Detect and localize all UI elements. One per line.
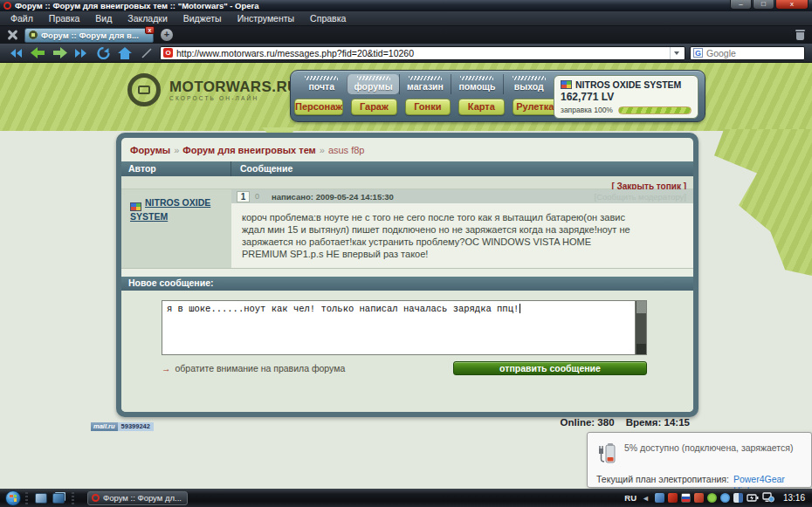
update-tray-icon[interactable] <box>707 493 717 503</box>
player-name[interactable]: NITROS OXIDE SYSTEM <box>575 79 681 90</box>
google-icon: G <box>693 48 703 58</box>
column-message: Сообщение <box>231 161 693 176</box>
text-caret <box>520 304 520 313</box>
opera-icon <box>3 2 11 10</box>
forum-rules-link[interactable]: обратите внимание на правила форума <box>175 363 346 373</box>
switch-windows-icon[interactable] <box>52 493 65 504</box>
panels-toggle-icon[interactable] <box>5 29 19 41</box>
post-number: 1 <box>237 191 250 202</box>
mailru-counter[interactable]: mail.ru 59399242 <box>91 422 154 431</box>
server-time: Время: 14:15 <box>626 417 690 428</box>
ati-tray-icon[interactable] <box>668 493 678 503</box>
breadcrumb-forums[interactable]: Форумы <box>130 145 170 155</box>
new-message-header: Новое сообщение: <box>121 277 693 291</box>
breadcrumb-section[interactable]: Форум для внеигровых тем <box>182 145 315 155</box>
message-textarea[interactable]: я в шоке......ноут как чел! только напис… <box>162 300 647 355</box>
reply-form: я в шоке......ноут как чел! только напис… <box>121 291 693 412</box>
pencil-icon[interactable] <box>138 45 155 61</box>
post-timestamp: написано: 2009-05-24 14:15:30 <box>272 192 394 202</box>
nav-map-button[interactable]: Карта <box>458 99 504 115</box>
menu-bar: Файл Правка Вид Закладки Виджеты Инструм… <box>0 11 812 26</box>
active-tab[interactable]: Форум :: Форум для в... x <box>24 28 154 43</box>
taskbar: Форум :: Форум дл... RU ◄ 13:16 <box>0 489 812 507</box>
new-tab-button[interactable]: + <box>161 29 173 41</box>
nav-exit[interactable]: выход <box>503 74 554 94</box>
tab-close-icon[interactable]: x <box>145 26 155 34</box>
closed-tabs-trash-icon[interactable] <box>795 30 805 40</box>
info-tray-icon[interactable] <box>720 493 730 503</box>
forward-button[interactable] <box>51 45 68 61</box>
post-meta-row: 1 0 написано: 2009-05-24 14:15:30 [Сообщ… <box>231 189 693 203</box>
motorwars-logo-icon <box>127 73 161 106</box>
volume-tray-icon[interactable] <box>694 493 704 503</box>
nav-garage-button[interactable]: Гараж <box>351 99 396 115</box>
search-input[interactable] <box>706 48 812 58</box>
nav-character-button[interactable]: Персонаж <box>294 99 343 115</box>
fast-forward-button[interactable] <box>72 45 90 61</box>
post-author-link[interactable]: NITROS OXIDE SYSTEM <box>130 197 210 222</box>
menu-help[interactable]: Справка <box>310 13 346 24</box>
network-tray-icon[interactable] <box>762 490 774 506</box>
hatch-decor <box>513 76 546 80</box>
textarea-scrollbar[interactable] <box>635 301 646 354</box>
nav-forums[interactable]: форумы <box>347 74 398 94</box>
site-favicon: O <box>163 48 173 58</box>
top-nav: почта форумы магазин помощь выход <box>296 74 554 94</box>
chevron-down-icon <box>674 51 679 55</box>
site-logo[interactable]: MOTORWARS.RU скорость он-лайн <box>127 73 299 106</box>
player-balance: 162,771 LV <box>561 91 692 103</box>
page-viewport: MOTORWARS.RU скорость он-лайн почта фору… <box>0 63 812 489</box>
reload-button[interactable] <box>94 45 112 61</box>
hatch-decor <box>460 76 493 80</box>
close-button[interactable]: x <box>775 0 809 10</box>
minimize-button[interactable]: – <box>730 0 752 10</box>
power-plan-link[interactable]: Power4Gear High Performance <box>733 474 804 489</box>
url-field[interactable]: O <box>160 46 685 60</box>
nav-shop[interactable]: магазин <box>399 74 451 94</box>
battery-status-text: 5% доступно (подключена, заряжается) <box>624 440 793 453</box>
battery-tooltip: 5% доступно (подключена, заряжается) Тек… <box>587 432 812 488</box>
address-bar: O G <box>0 44 812 63</box>
search-field[interactable]: G <box>690 46 805 60</box>
back-button[interactable] <box>29 45 46 61</box>
home-button[interactable] <box>116 45 134 61</box>
taskbar-clock[interactable]: 13:16 <box>783 493 805 503</box>
language-indicator[interactable]: RU <box>624 493 637 503</box>
status-line: Online: 380 Время: 14:15 <box>561 417 690 428</box>
flag-tray-icon[interactable] <box>681 493 691 503</box>
start-button[interactable] <box>5 490 21 506</box>
forum-panel: Форумы»Форум для внеигровых тем»asus f8p… <box>116 133 698 417</box>
messenger-tray-icon[interactable] <box>655 493 664 503</box>
menu-tools[interactable]: Инструменты <box>237 13 294 24</box>
opera-icon <box>92 494 100 502</box>
menu-view[interactable]: Вид <box>95 13 112 24</box>
menu-widgets[interactable]: Виджеты <box>183 13 222 24</box>
report-moderator-link[interactable]: [Сообщить модератору] <box>595 192 686 202</box>
menu-edit[interactable]: Правка <box>49 13 79 24</box>
nav-roulette-button[interactable]: Рулетка <box>513 99 558 115</box>
post-score: 0 <box>255 192 259 201</box>
breadcrumb: Форумы»Форум для внеигровых тем»asus f8p <box>121 138 693 161</box>
taskbar-opera-button[interactable]: Форум :: Форум дл... <box>87 491 188 505</box>
tray-expand-icon[interactable]: ◄ <box>642 494 650 503</box>
battery-tray-icon[interactable] <box>747 490 759 506</box>
menu-file[interactable]: Файл <box>10 13 33 24</box>
menu-bookmarks[interactable]: Закладки <box>127 13 167 24</box>
forum-rules-note: →обратите внимание на правила форума <box>162 363 345 373</box>
mailru-brand: mail.ru <box>91 422 118 431</box>
hatch-decor <box>409 76 442 80</box>
media-tray-icon[interactable] <box>733 493 743 503</box>
post-author-cell: NITROS OXIDE SYSTEM <box>121 189 231 268</box>
logo-tagline: скорость он-лайн <box>169 95 299 101</box>
nav-help[interactable]: помощь <box>451 74 502 94</box>
nav-races-button[interactable]: Гонки <box>405 99 451 115</box>
logo-name: MOTORWARS.RU <box>169 79 299 94</box>
maximize-button[interactable]: □ <box>753 0 774 10</box>
online-count: Online: 380 <box>561 417 615 428</box>
url-input[interactable] <box>176 48 670 58</box>
show-desktop-icon[interactable] <box>35 493 47 504</box>
rewind-button[interactable] <box>7 45 24 61</box>
url-dropdown-button[interactable] <box>670 47 683 59</box>
send-message-button[interactable]: отправить сообщение <box>453 361 647 375</box>
nav-mail[interactable]: почта <box>296 74 347 94</box>
